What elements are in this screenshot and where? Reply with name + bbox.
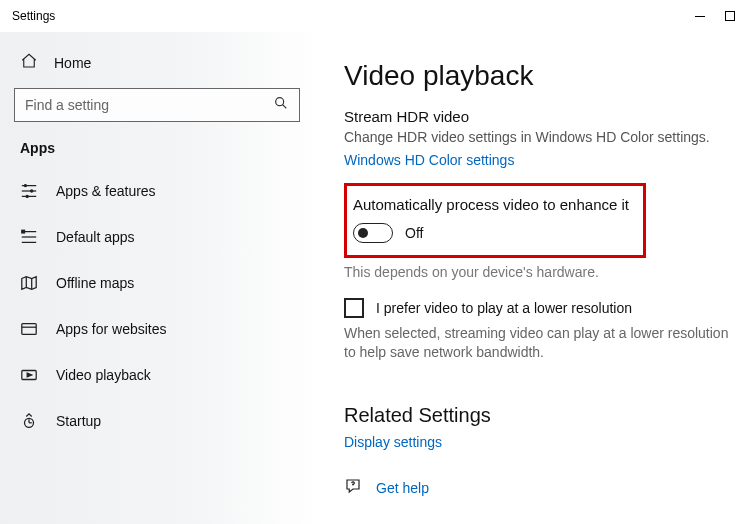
hdr-link[interactable]: Windows HD Color settings xyxy=(344,152,514,168)
lower-res-label: I prefer video to play at a lower resolu… xyxy=(376,300,632,316)
auto-process-highlight: Automatically process video to enhance i… xyxy=(344,183,646,258)
svg-rect-11 xyxy=(22,230,25,233)
minimize-button[interactable] xyxy=(694,10,706,22)
video-playback-icon xyxy=(20,366,38,384)
home-label: Home xyxy=(54,55,91,71)
sidebar-item-label: Default apps xyxy=(56,229,135,245)
search-icon xyxy=(273,95,289,115)
auto-process-toggle[interactable] xyxy=(353,223,393,243)
home-icon xyxy=(20,52,38,74)
hdr-heading: Stream HDR video xyxy=(344,108,732,125)
sidebar-item-apps-websites[interactable]: Apps for websites xyxy=(14,306,300,352)
main-content: Video playback Stream HDR video Change H… xyxy=(320,32,750,524)
hdr-desc: Change HDR video settings in Windows HD … xyxy=(344,129,732,145)
svg-line-1 xyxy=(283,105,287,109)
svg-rect-14 xyxy=(22,324,36,335)
apps-features-icon xyxy=(20,182,38,200)
apps-websites-icon xyxy=(20,320,38,338)
window-controls xyxy=(694,10,744,22)
offline-maps-icon xyxy=(20,274,38,292)
window-title: Settings xyxy=(12,9,55,23)
toggle-knob xyxy=(358,228,368,238)
sidebar-item-default-apps[interactable]: Default apps xyxy=(14,214,300,260)
svg-point-0 xyxy=(276,98,284,106)
sidebar-item-startup[interactable]: Startup xyxy=(14,398,300,444)
sidebar-item-label: Startup xyxy=(56,413,101,429)
lower-res-desc: When selected, streaming video can play … xyxy=(344,324,732,362)
lower-res-checkbox[interactable] xyxy=(344,298,364,318)
startup-icon xyxy=(20,412,38,430)
home-nav[interactable]: Home xyxy=(14,46,300,88)
default-apps-icon xyxy=(20,228,38,246)
sidebar-item-label: Apps for websites xyxy=(56,321,167,337)
lower-res-row[interactable]: I prefer video to play at a lower resolu… xyxy=(344,298,732,318)
sidebar-item-label: Video playback xyxy=(56,367,151,383)
svg-point-6 xyxy=(31,190,33,192)
auto-process-note: This depends on your device's hardware. xyxy=(344,264,732,280)
auto-process-heading: Automatically process video to enhance i… xyxy=(353,196,629,213)
svg-point-7 xyxy=(26,195,28,197)
toggle-state-label: Off xyxy=(405,225,423,241)
svg-point-5 xyxy=(24,185,26,187)
search-input[interactable] xyxy=(25,97,273,113)
sidebar-item-label: Offline maps xyxy=(56,275,134,291)
search-box[interactable] xyxy=(14,88,300,122)
related-settings-heading: Related Settings xyxy=(344,404,732,427)
sidebar-nav: Apps & features Default apps Offline map… xyxy=(14,168,300,444)
page-title: Video playback xyxy=(344,60,732,92)
sidebar-item-video-playback[interactable]: Video playback xyxy=(14,352,300,398)
sidebar-item-offline-maps[interactable]: Offline maps xyxy=(14,260,300,306)
maximize-button[interactable] xyxy=(724,10,736,22)
display-settings-link[interactable]: Display settings xyxy=(344,434,442,450)
sidebar-item-label: Apps & features xyxy=(56,183,156,199)
titlebar: Settings xyxy=(0,0,750,32)
hdr-section: Stream HDR video Change HDR video settin… xyxy=(344,108,732,169)
sidebar-section-title: Apps xyxy=(14,140,300,156)
get-help-link[interactable]: Get help xyxy=(376,480,429,496)
sidebar: Home Apps Apps & features xyxy=(0,32,320,524)
get-help-row[interactable]: Get help xyxy=(344,477,732,499)
help-icon xyxy=(344,477,362,499)
sidebar-item-apps-features[interactable]: Apps & features xyxy=(14,168,300,214)
